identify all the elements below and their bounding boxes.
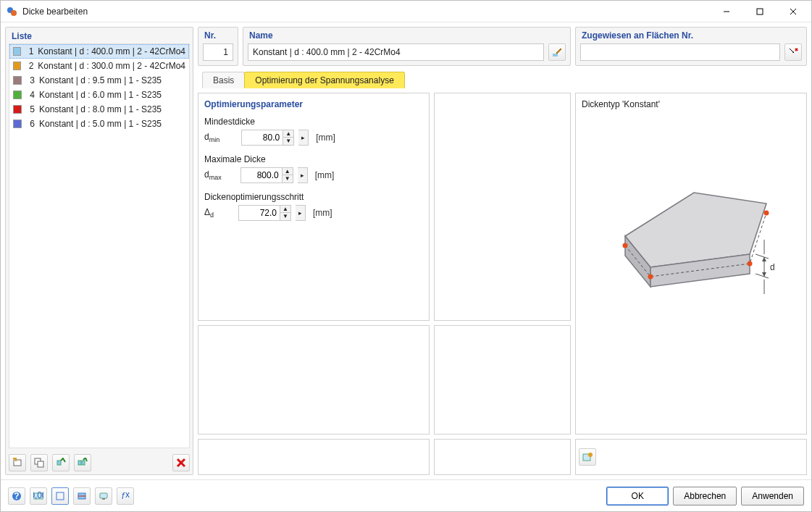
svg-point-1 — [11, 10, 17, 16]
help-button[interactable]: ? — [8, 487, 25, 505]
left-pane: Liste 1Konstant | d : 400.0 mm | 2 - 42C… — [5, 27, 193, 475]
list-item[interactable]: 6Konstant | d : 5.0 mm | 1 - S235 — [9, 117, 189, 131]
list-item[interactable]: 2Konstant | d : 300.0 mm | 2 - 42CrMo4 — [9, 59, 189, 73]
svg-rect-41 — [102, 498, 105, 500]
item-label: Konstant | d : 5.0 mm | 1 - S235 — [39, 119, 162, 129]
thickness-list[interactable]: 1Konstant | d : 400.0 mm | 2 - 42CrMo42K… — [9, 43, 190, 448]
item-number: 2 — [25, 61, 33, 71]
color-swatch — [13, 91, 22, 99]
list-item[interactable]: 1Konstant | d : 400.0 mm | 2 - 42CrMo4 — [9, 44, 189, 59]
item-number: 6 — [26, 119, 35, 129]
list-item[interactable]: 4Konstant | d : 6.0 mm | 1 - S235 — [9, 88, 189, 102]
item-label: Konstant | d : 8.0 mm | 1 - S235 — [39, 104, 162, 114]
blank-card-3 — [434, 325, 571, 435]
close-button[interactable] — [777, 1, 810, 22]
item-label: Konstant | d : 300.0 mm | 2 - 42CrMo4 — [38, 61, 185, 71]
svg-point-32 — [588, 453, 593, 457]
max-thickness-row: dmax ▲▼ ▸ [mm] — [204, 167, 423, 183]
item-number: 4 — [26, 90, 35, 100]
svg-point-23 — [764, 211, 769, 216]
step-more-button[interactable]: ▸ — [296, 205, 306, 221]
min-more-button[interactable]: ▸ — [298, 130, 309, 146]
list-item[interactable]: 3Konstant | d : 9.5 mm | 1 - S235 — [9, 73, 189, 88]
header-row: Nr. 1 Name Konstant | d : 400.0 mm | 2 -… — [198, 27, 807, 66]
function-button[interactable]: fx — [117, 487, 134, 505]
minimize-button[interactable] — [710, 1, 743, 22]
svg-point-21 — [648, 274, 653, 280]
step-spinner[interactable]: ▲▼ — [280, 206, 290, 220]
apply-button[interactable]: Anwenden — [741, 487, 804, 505]
tabs: Basis Optimierung der Spannungsanalyse — [198, 72, 807, 88]
preview-settings-button[interactable] — [579, 448, 596, 466]
pick-surfaces-button[interactable] — [784, 43, 802, 61]
step-input[interactable]: ▲▼ — [238, 205, 291, 221]
window-title: Dicke bearbeiten — [22, 7, 710, 17]
max-thickness-input[interactable]: ▲▼ — [240, 167, 293, 183]
check-one-button[interactable] — [52, 454, 70, 471]
blank-card-5 — [434, 439, 571, 475]
footer: ? 0,00 fx OK Abbrechen Anwenden — [1, 479, 811, 511]
display-button[interactable] — [95, 487, 112, 505]
copy-item-button[interactable] — [30, 454, 48, 471]
ok-button[interactable]: OK — [606, 487, 669, 505]
svg-rect-9 — [57, 461, 61, 465]
view-mode-1-button[interactable] — [51, 487, 69, 505]
assigned-label: Zugewiesen an Flächen Nr. — [580, 29, 802, 43]
svg-rect-11 — [82, 461, 85, 465]
list-title: Liste — [6, 28, 193, 43]
dialog-window: Dicke bearbeiten Liste 1Konstant | d : 4… — [0, 0, 812, 512]
step-unit: [mm] — [313, 208, 332, 218]
tab-basis[interactable]: Basis — [202, 72, 245, 88]
svg-line-24 — [756, 254, 769, 259]
svg-point-20 — [623, 243, 628, 248]
max-spinner[interactable]: ▲▼ — [282, 168, 293, 182]
max-more-button[interactable]: ▸ — [298, 167, 308, 183]
delta-d-symbol: Δd — [204, 207, 214, 219]
content-grid: Optimierungsparameter Mindestdicke dmin … — [198, 93, 807, 475]
name-label: Name — [248, 29, 566, 43]
assigned-field[interactable] — [580, 43, 780, 61]
svg-rect-6 — [14, 460, 21, 466]
list-item[interactable]: 5Konstant | d : 8.0 mm | 1 - S235 — [9, 102, 189, 117]
nr-field: 1 — [203, 43, 233, 61]
max-thickness-label: Maximale Dicke — [204, 154, 423, 164]
name-panel: Name Konstant | d : 400.0 mm | 2 - 42CrM… — [243, 27, 571, 66]
step-row: Δd ▲▼ ▸ [mm] — [204, 205, 423, 221]
item-number: 5 — [26, 104, 35, 114]
delete-item-button[interactable] — [172, 454, 190, 471]
color-swatch — [13, 62, 21, 70]
check-all-button[interactable] — [74, 454, 91, 471]
preview-title: Dickentyp 'Konstant' — [582, 99, 800, 109]
step-label: Dickenoptimierungsschritt — [204, 192, 423, 202]
blank-card-1 — [434, 93, 571, 321]
color-swatch — [13, 105, 22, 114]
edit-name-button[interactable] — [548, 43, 566, 61]
max-thickness-value[interactable] — [241, 168, 282, 182]
step-value[interactable] — [239, 206, 280, 220]
svg-rect-3 — [757, 9, 763, 14]
app-icon — [7, 6, 18, 17]
dmin-symbol: dmin — [204, 132, 219, 143]
new-item-button[interactable] — [9, 454, 26, 471]
maximize-button[interactable] — [743, 1, 777, 22]
min-thickness-value[interactable] — [242, 130, 282, 145]
nr-value: 1 — [223, 47, 228, 57]
min-thickness-input[interactable]: ▲▼ — [241, 130, 294, 146]
name-value: Konstant | d : 400.0 mm | 2 - 42CrMo4 — [253, 47, 401, 57]
dialog-body: Liste 1Konstant | d : 400.0 mm | 2 - 42C… — [1, 22, 811, 479]
units-button[interactable]: 0,00 — [30, 487, 47, 505]
item-number: 3 — [26, 75, 35, 85]
svg-rect-37 — [56, 492, 64, 500]
tab-optimization[interactable]: Optimierung der Spannungsanalyse — [244, 72, 404, 88]
view-mode-2-button[interactable] — [73, 487, 91, 505]
name-field[interactable]: Konstant | d : 400.0 mm | 2 - 42CrMo4 — [248, 43, 544, 61]
cancel-button[interactable]: Abbrechen — [673, 487, 737, 505]
max-unit: [mm] — [315, 170, 335, 180]
min-spinner[interactable]: ▲▼ — [282, 130, 293, 145]
params-title: Optimierungsparameter — [204, 99, 423, 109]
svg-text:0,00: 0,00 — [33, 491, 43, 500]
right-pane: Nr. 1 Name Konstant | d : 400.0 mm | 2 -… — [198, 27, 807, 475]
item-label: Konstant | d : 9.5 mm | 1 - S235 — [39, 75, 162, 85]
svg-text:x: x — [125, 491, 130, 500]
params-card: Optimierungsparameter Mindestdicke dmin … — [198, 93, 430, 321]
